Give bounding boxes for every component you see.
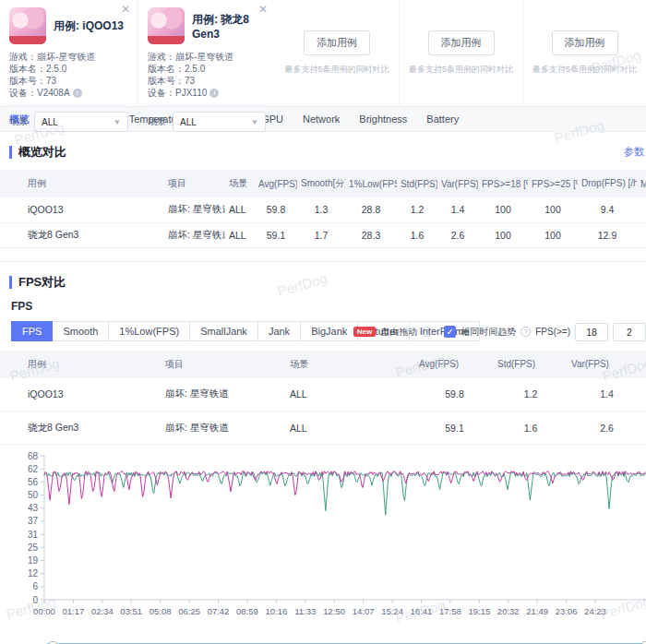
scene-selected-value: ALL xyxy=(180,117,197,127)
add-case-button[interactable]: 添加用例 xyxy=(552,30,618,55)
svg-text:11:33: 11:33 xyxy=(294,606,316,616)
svg-text:17:58: 17:58 xyxy=(439,606,461,616)
case-field-版本名: 版本名：2.5.0 xyxy=(9,63,128,75)
svg-text:02:34: 02:34 xyxy=(91,606,114,616)
fps-metric-tab-FPS[interactable]: FPS xyxy=(11,321,53,341)
fps-threshold-input[interactable] xyxy=(575,323,608,341)
close-icon[interactable]: ✕ xyxy=(258,4,268,15)
perfdog-compare-page: ✕ 用例: iQOO13 游戏：崩坏-星穹铁道版本名：2.5.0版本号：73设备… xyxy=(0,0,646,644)
table-row: 骁龙8 Gen3崩坏: 星穹铁道ALL59.11.62.6 xyxy=(0,411,646,445)
add-case-button[interactable]: 添加用例 xyxy=(428,30,495,55)
case-title: 用例: 骁龙8 Gen3 xyxy=(192,12,266,41)
svg-text:68: 68 xyxy=(28,452,39,461)
column-header-Var(FPS): Var(FPS) xyxy=(568,351,646,378)
cell-Avg(FPS): 59.1 xyxy=(255,222,297,247)
fps-section-header: FPS对比 xyxy=(9,274,646,291)
fps-section-title: FPS对比 xyxy=(18,274,66,291)
cell-项目: 崩坏: 星穹铁道 xyxy=(164,222,225,247)
section-divider xyxy=(0,261,646,262)
fps-metric-tab-Smooth[interactable]: Smooth xyxy=(53,321,109,341)
fps-line-chart: 686256504337312519126000:0001:1702:3403:… xyxy=(0,452,646,644)
column-header-Std(FPS): Std(FPS) xyxy=(494,351,568,378)
add-case-hint: 最多支持5条用例的同时对比 xyxy=(409,64,513,76)
section-accent-bar xyxy=(9,146,12,159)
cell-1%Low(FPS): 28.3 xyxy=(345,222,397,247)
close-icon[interactable]: ✕ xyxy=(121,4,130,15)
svg-text:14:07: 14:07 xyxy=(353,606,375,616)
svg-text:56: 56 xyxy=(28,477,39,487)
fps-metric-tab-BigJank[interactable]: BigJank xyxy=(301,321,358,341)
cell-Std(FPS): 1.2 xyxy=(494,378,568,411)
cell-Avg(FPS): 59.8 xyxy=(415,378,494,411)
cell-Std(FPS): 1.2 xyxy=(397,197,437,222)
case-field-设备: 设备：V2408Ai xyxy=(9,87,128,99)
case-card-snapdragon8gen3: ✕ 用例: 骁龙8 Gen3 游戏：崩坏-星穹铁道版本名：2.5.0版本号：73… xyxy=(138,0,275,106)
fps-metric-tab-Jank[interactable]: Jank xyxy=(258,321,301,341)
svg-text:37: 37 xyxy=(28,516,39,526)
cell-场景: ALL xyxy=(286,378,415,411)
fps-metric-tab-SmallJank[interactable]: SmallJank xyxy=(190,321,258,341)
case-field-游戏: 游戏：崩坏-星穹铁道 xyxy=(148,51,266,63)
same-time-trend-checkbox[interactable]: ✓ xyxy=(444,326,456,338)
info-icon[interactable]: i xyxy=(209,89,219,98)
column-header-Var(FPS): Var(FPS) xyxy=(437,170,478,197)
scene-select[interactable]: ALL ▼ xyxy=(173,112,266,132)
params-link[interactable]: 参数 xyxy=(624,145,644,159)
cell-Drop(FPS) [/h]: 9.4 xyxy=(578,197,637,222)
add-case-button[interactable]: 添加用例 xyxy=(304,30,370,55)
cell-Drop(FPS) [/h]: 12.9 xyxy=(578,222,637,247)
svg-text:31: 31 xyxy=(28,530,39,540)
info-icon[interactable]: i xyxy=(73,89,82,98)
cell-Var(FPS): 2.6 xyxy=(437,222,478,247)
add-case-panel-3: 添加用例最多支持5条用例的同时对比 xyxy=(522,0,646,106)
column-header-Avg(FPS): Avg(FPS) xyxy=(415,351,494,378)
case-field-设备: 设备：PJX110i xyxy=(148,87,266,99)
column-header-用例: 用例 xyxy=(0,351,162,378)
svg-text:12: 12 xyxy=(28,568,39,578)
svg-text:00:00: 00:00 xyxy=(33,606,55,616)
cell-Min(FPS): 45 xyxy=(637,197,646,222)
cell-Var(FPS): 1.4 xyxy=(437,197,478,222)
column-header-Drop(FPS) [/h]: Drop(FPS) [/h]? xyxy=(578,170,637,197)
svg-text:24:23: 24:23 xyxy=(584,606,606,616)
svg-text:43: 43 xyxy=(28,503,39,513)
case-title: 用例: iQOO13 xyxy=(54,18,124,34)
fps-tab-row: FPSSmooth1%Low(FPS)SmallJankJankBigJankS… xyxy=(11,320,646,342)
column-header-项目: 项目 xyxy=(164,170,225,197)
help-icon[interactable]: ? xyxy=(422,327,432,337)
cell-Smooth[分]: 1.3 xyxy=(297,197,345,222)
fps-metric-tab-1%Low(FPS)[interactable]: 1%Low(FPS) xyxy=(109,321,190,341)
help-icon[interactable]: ? xyxy=(520,327,531,337)
fps-chart-canvas[interactable]: 686256504337312519126000:0001:1702:3403:… xyxy=(0,452,646,637)
svg-text:15:24: 15:24 xyxy=(381,606,403,616)
column-header-用例: 用例 xyxy=(0,170,164,197)
overview-section-header: 概览对比 参数 xyxy=(9,144,646,161)
chevron-down-icon: ▼ xyxy=(114,118,121,126)
fps-threshold-label: FPS(>=) xyxy=(535,327,570,337)
case-card-iqoo13: ✕ 用例: iQOO13 游戏：崩坏-星穹铁道版本名：2.5.0版本号：73设备… xyxy=(0,0,138,106)
overview-section-title: 概览对比 xyxy=(18,144,66,161)
fps-threshold-input-2[interactable] xyxy=(613,323,646,341)
svg-text:62: 62 xyxy=(28,464,39,474)
column-header-Avg(FPS): Avg(FPS) xyxy=(255,170,297,197)
cell-Var(FPS): 1.4 xyxy=(568,378,646,411)
add-case-panel-1: 添加用例最多支持5条用例的同时对比 xyxy=(275,0,399,106)
cell-项目: 崩坏: 星穹铁道 xyxy=(164,197,225,222)
cell-FPS>=25 [%]: 100 xyxy=(528,197,578,222)
column-header-Std(FPS): Std(FPS) xyxy=(397,170,437,197)
scene-select[interactable]: ALL ▼ xyxy=(34,112,128,132)
table-row: 骁龙8 Gen3崩坏: 星穹铁道ALL59.11.728.31.62.61001… xyxy=(0,222,646,247)
case-field-版本号: 版本号：73 xyxy=(148,75,266,87)
svg-text:10:16: 10:16 xyxy=(265,606,287,616)
svg-text:6: 6 xyxy=(32,581,38,591)
cell-Min(FPS): 40 xyxy=(637,222,646,247)
nav-tab-Brightness[interactable]: Brightness xyxy=(359,113,407,125)
scene-label: 场景 xyxy=(9,115,28,128)
nav-tab-Network[interactable]: Network xyxy=(303,113,340,125)
nav-tab-Battery[interactable]: Battery xyxy=(426,113,459,125)
case-cards-section: ✕ 用例: iQOO13 游戏：崩坏-星穹铁道版本名：2.5.0版本号：73设备… xyxy=(0,0,646,107)
svg-text:19:15: 19:15 xyxy=(468,606,490,616)
svg-text:16:41: 16:41 xyxy=(411,606,433,616)
free-drag-label: 自由拖动 xyxy=(380,326,417,339)
cell-用例: 骁龙8 Gen3 xyxy=(0,222,164,247)
